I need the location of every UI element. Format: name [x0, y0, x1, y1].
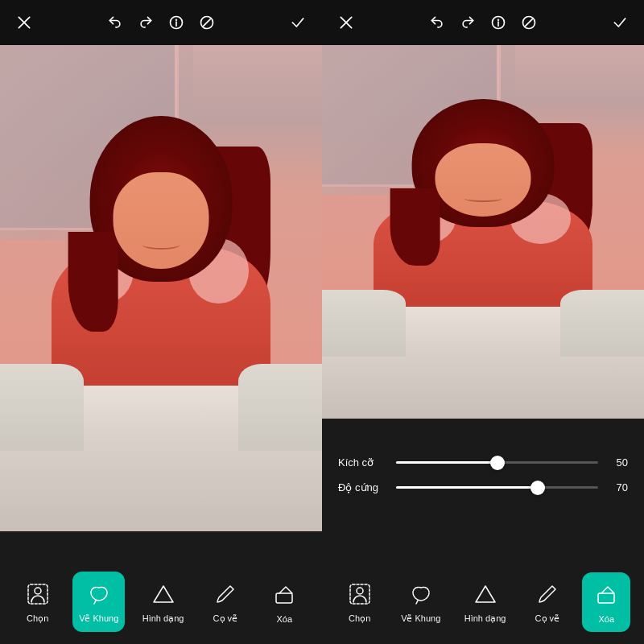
shape-icon-right: [471, 580, 500, 609]
tool-ve-khung-right[interactable]: Vẽ Khung: [394, 572, 447, 632]
do-cung-track[interactable]: [396, 486, 598, 489]
left-slash-button[interactable]: [199, 14, 215, 31]
do-cung-row: Độ cứng 70: [338, 481, 628, 493]
right-redo-button[interactable]: [460, 14, 476, 31]
right-slash-button[interactable]: [521, 14, 537, 31]
tool-chon-label-right: Chọn: [349, 613, 370, 624]
tool-co-ve-left[interactable]: Cọ vẽ: [201, 572, 250, 632]
tool-xoa-label-right: Xóa: [598, 614, 614, 624]
svg-marker-9: [154, 586, 173, 602]
tool-ve-khung-left[interactable]: Vẽ Khung: [72, 572, 125, 632]
do-cung-value: 70: [608, 481, 628, 493]
sliders-area: Kích cỡ 50 Độ cứng 70: [322, 419, 644, 531]
left-confirm-button[interactable]: [290, 14, 306, 31]
lasso-icon-left: [85, 580, 114, 609]
left-undo-button[interactable]: [107, 14, 123, 31]
sofa-left: [0, 386, 322, 531]
tool-xoa-right[interactable]: Xóa: [582, 572, 630, 632]
left-tool-items: Chọn Vẽ Khung Hình dạ: [0, 564, 322, 644]
tool-hinh-dang-left[interactable]: Hình dạng: [136, 572, 191, 632]
right-bottom-toolbar: Chọn Vẽ Khung Hình dạ: [322, 531, 644, 644]
right-panel: Kích cỡ 50 Độ cứng 70: [322, 0, 644, 644]
brush-icon-right: [533, 580, 562, 609]
kich-co-row: Kích cỡ 50: [338, 456, 628, 469]
tool-xoa-label-left: Xóa: [276, 614, 292, 624]
tool-chon-right[interactable]: Chọn: [336, 572, 384, 632]
left-toolbar: [0, 0, 322, 45]
svg-point-7: [35, 588, 41, 594]
svg-marker-20: [476, 586, 495, 602]
left-toolbar-center-icons: [107, 14, 215, 31]
do-cung-fill: [396, 486, 538, 489]
right-toolbar: [322, 0, 644, 45]
right-toolbar-left-icons: [338, 14, 354, 31]
left-info-button[interactable]: [168, 14, 184, 31]
right-undo-button[interactable]: [429, 14, 445, 31]
left-toolbar-left-icons: [16, 14, 32, 31]
svg-rect-10: [276, 593, 292, 603]
right-tool-items: Chọn Vẽ Khung Hình dạ: [322, 564, 644, 644]
left-redo-button[interactable]: [138, 14, 154, 31]
kich-co-track[interactable]: [396, 461, 598, 464]
left-panel: Chọn Vẽ Khung Hình dạ: [0, 0, 322, 644]
kich-co-fill: [396, 461, 497, 464]
svg-line-17: [526, 19, 532, 26]
svg-rect-21: [598, 593, 614, 603]
kich-co-thumb[interactable]: [490, 456, 505, 470]
tool-xoa-left[interactable]: Xóa: [260, 572, 308, 632]
kich-co-label: Kích cỡ: [338, 456, 386, 469]
left-bottom-toolbar: Chọn Vẽ Khung Hình dạ: [0, 531, 322, 644]
tool-chon-left[interactable]: Chọn: [14, 572, 62, 632]
person-select-icon-left: [23, 580, 52, 609]
right-close-button[interactable]: [338, 14, 354, 31]
svg-point-18: [357, 588, 363, 594]
kich-co-value: 50: [608, 456, 628, 469]
tool-hinh-dang-right[interactable]: Hình dạng: [458, 572, 513, 632]
right-photo-scene: [322, 45, 644, 419]
eraser-icon-left: [270, 580, 299, 609]
right-confirm-button[interactable]: [612, 14, 628, 31]
tool-ve-khung-label-left: Vẽ Khung: [79, 613, 118, 624]
tool-co-ve-label-left: Cọ vẽ: [213, 613, 238, 624]
shape-icon-left: [149, 580, 178, 609]
do-cung-thumb[interactable]: [530, 481, 545, 495]
svg-point-15: [498, 19, 499, 20]
sofa-right: [322, 307, 644, 419]
left-close-button[interactable]: [16, 14, 32, 31]
svg-line-6: [204, 19, 210, 26]
do-cung-label: Độ cứng: [338, 481, 386, 493]
brush-icon-left: [211, 580, 240, 609]
eraser-icon-right: [592, 580, 621, 609]
tool-co-ve-label-right: Cọ vẽ: [535, 613, 560, 624]
left-image-area: [0, 45, 322, 531]
person-select-icon-right: [345, 580, 374, 609]
tool-co-ve-right[interactable]: Cọ vẽ: [523, 572, 572, 632]
tool-chon-label-left: Chọn: [27, 613, 48, 624]
lasso-icon-right: [407, 580, 436, 609]
right-info-button[interactable]: [490, 14, 506, 31]
svg-point-4: [176, 19, 177, 20]
tool-hinh-dang-label-left: Hình dạng: [142, 613, 184, 624]
right-toolbar-center-icons: [429, 14, 537, 31]
left-photo-scene: [0, 45, 322, 531]
right-image-area: [322, 45, 644, 419]
tool-hinh-dang-label-right: Hình dạng: [464, 613, 506, 624]
tool-ve-khung-label-right: Vẽ Khung: [401, 613, 440, 624]
